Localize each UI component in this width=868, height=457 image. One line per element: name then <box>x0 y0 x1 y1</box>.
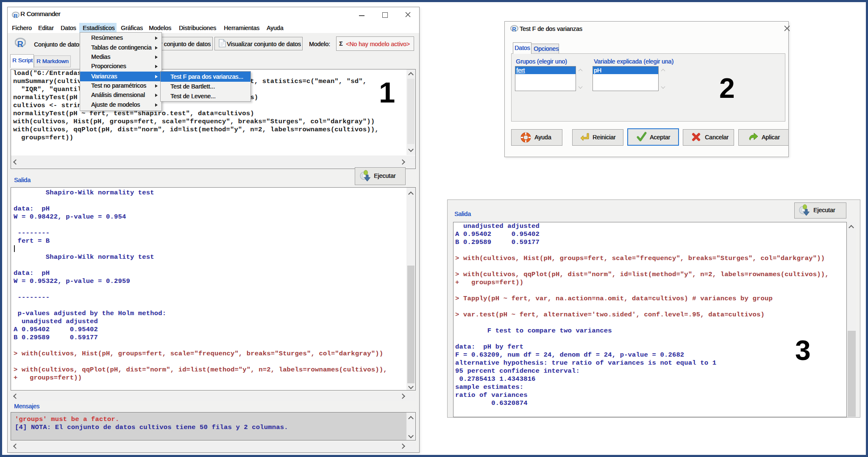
svg-text:R: R <box>14 13 18 19</box>
svg-text:R: R <box>17 39 24 49</box>
svg-text:R: R <box>512 26 516 33</box>
